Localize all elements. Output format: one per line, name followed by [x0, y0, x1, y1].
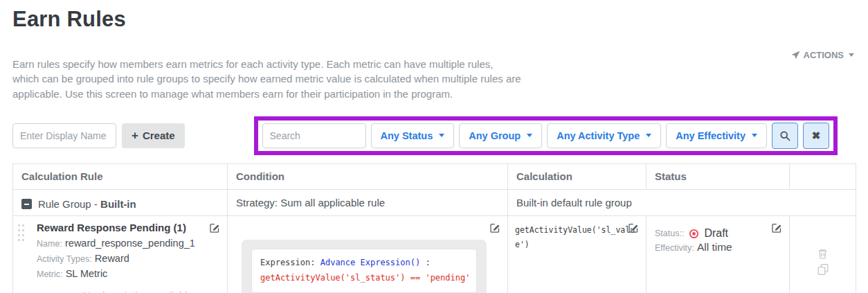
edit-icon — [489, 222, 500, 233]
duplicate-rule-button[interactable] — [815, 262, 831, 277]
create-button[interactable]: + Create — [122, 123, 185, 148]
actions-dropdown[interactable]: ACTIONS — [791, 50, 855, 60]
actions-label: ACTIONS — [804, 50, 844, 60]
filter-any-group[interactable]: Any Group — [459, 123, 542, 148]
filter-any-activity-type[interactable]: Any Activity Type — [547, 123, 661, 148]
status-badge: Draft — [704, 227, 728, 240]
filter-any-group-label: Any Group — [469, 130, 521, 141]
clear-filters-button[interactable]: ✖ — [803, 123, 829, 149]
create-button-label: Create — [143, 130, 175, 141]
page-description: Earn rules specify how members earn metr… — [12, 57, 521, 101]
rule-group-row: Rule Group - Built-in Strategy: Sum all … — [13, 189, 856, 216]
filter-any-effectivity-label: Any Effectivity — [676, 130, 745, 141]
rule-title: Reward Response Pending (1) — [37, 222, 219, 233]
edit-calculation-button[interactable] — [628, 222, 639, 233]
status-cell: Status:: Draft Effectivity: All time — [647, 216, 790, 293]
rule-name-line: Name: reward_response_pending_1 — [37, 236, 219, 251]
edit-condition-button[interactable] — [489, 222, 500, 233]
status-line: Status:: Draft — [655, 227, 781, 240]
header-calculation-rule: Calculation Rule — [13, 163, 228, 189]
copy-icon — [817, 263, 829, 276]
collapse-group-icon[interactable] — [21, 199, 32, 209]
caret-down-icon — [752, 134, 757, 137]
earn-rules-table: Calculation Rule Condition Calculation S… — [12, 163, 856, 293]
edit-status-button[interactable] — [771, 222, 782, 233]
group-name: Built-in — [100, 198, 136, 210]
group-label: Rule Group - Built-in — [38, 198, 136, 210]
caret-down-icon — [849, 53, 854, 57]
display-name-input[interactable] — [12, 123, 116, 148]
search-icon — [779, 130, 790, 141]
close-icon: ✖ — [812, 130, 821, 142]
edit-rule-button[interactable] — [209, 222, 220, 233]
header-calculation: Calculation — [508, 163, 647, 189]
plus-icon: + — [132, 130, 138, 141]
caret-down-icon — [646, 134, 651, 137]
row-actions-cell — [790, 216, 856, 293]
group-calculation: Built-in default rule group — [508, 189, 856, 216]
calculation-code: getActivityValue('sl_value') — [515, 223, 642, 251]
caret-down-icon — [439, 134, 444, 137]
group-strategy: Strategy: Sum all applicable rule — [228, 189, 508, 216]
edit-icon — [209, 222, 220, 233]
search-input[interactable] — [262, 123, 366, 148]
filter-any-status-label: Any Status — [381, 130, 433, 141]
calculation-cell: getActivityValue('sl_value') — [508, 216, 647, 293]
drag-handle-icon[interactable] — [18, 224, 25, 246]
search-button[interactable] — [772, 123, 798, 149]
expression-code: Expression: Advance Expression() : getAc… — [251, 249, 477, 292]
expression-panel: Expression: Advance Expression() : getAc… — [242, 240, 487, 293]
earn-rules-page: Earn Rules ACTIONS Earn rules specify ho… — [0, 7, 868, 293]
header-condition: Condition — [228, 163, 508, 189]
table-row: Reward Response Pending (1) Name: reward… — [13, 216, 856, 293]
rule-description-line: Description No description available — [37, 289, 219, 293]
toolbar: + Create Any Status Any Group Any Activi… — [12, 116, 856, 155]
caret-down-icon — [527, 134, 532, 137]
effectivity-line: Effectivity: All time — [655, 240, 781, 255]
rule-activity-types-line: Activity Types: Reward — [37, 251, 219, 266]
filters-highlight-annotation: Any Status Any Group Any Activity Type A… — [254, 116, 838, 155]
draft-status-icon — [689, 229, 699, 239]
condition-cell: Expression: Advance Expression() : getAc… — [228, 216, 508, 293]
filter-any-status[interactable]: Any Status — [371, 123, 455, 148]
delete-rule-button[interactable] — [815, 247, 830, 261]
page-title: Earn Rules — [12, 7, 856, 32]
edit-icon — [628, 222, 639, 233]
edit-icon — [771, 222, 782, 233]
header-status: Status — [647, 163, 790, 189]
trash-icon — [817, 248, 829, 260]
filter-any-effectivity[interactable]: Any Effectivity — [666, 123, 767, 148]
rule-metric-line: Metric: SL Metric — [37, 267, 219, 281]
create-group: + Create — [12, 123, 185, 148]
table-header-row: Calculation Rule Condition Calculation S… — [13, 163, 856, 189]
header-actions — [790, 163, 856, 189]
location-arrow-icon — [791, 51, 800, 60]
filter-any-activity-type-label: Any Activity Type — [557, 130, 640, 141]
